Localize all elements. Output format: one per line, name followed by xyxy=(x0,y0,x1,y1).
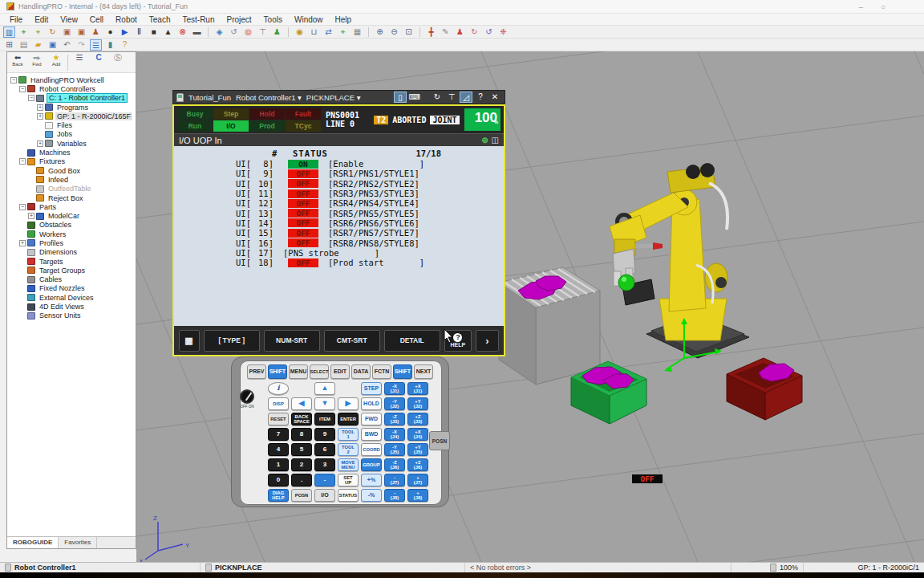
eject-icon[interactable]: ▲ xyxy=(162,26,174,38)
key-.[interactable]: . xyxy=(291,474,312,486)
io-table-row[interactable]: UI[17]OFF[PNS strobe ] xyxy=(174,248,504,258)
key--[interactable]: - xyxy=(314,474,335,486)
key--z-j3-[interactable]: -Z (J3) xyxy=(384,413,405,425)
key-7[interactable]: 7 xyxy=(268,428,289,441)
key-select[interactable]: SELECT xyxy=(310,364,329,379)
key--[interactable]: ▼ xyxy=(314,397,335,410)
key-shift[interactable]: SHIFT xyxy=(393,364,412,379)
tree-item-modelcar[interactable]: +ModelCar xyxy=(9,211,136,220)
tab-favorites[interactable]: Favorites xyxy=(59,537,97,548)
tab-roboguide[interactable]: ROBOGUIDE xyxy=(7,537,59,548)
expand-toggle-icon[interactable]: + xyxy=(37,104,43,111)
robot-r2000[interactable] xyxy=(610,163,749,358)
refresh-icon[interactable]: ↻ xyxy=(431,92,444,103)
target-icon[interactable]: ◎ xyxy=(242,26,254,38)
key--[interactable]: ◀ xyxy=(291,397,312,410)
key-+x-j1-[interactable]: +X (J1) xyxy=(407,382,428,395)
undo-icon[interactable]: ↶ xyxy=(61,39,73,51)
expand-toggle-icon[interactable]: − xyxy=(19,158,26,165)
tree-item-robot-controllers[interactable]: −Robot Controllers xyxy=(9,84,136,93)
tree-item-good-box[interactable]: Good Box xyxy=(9,166,136,175)
key-menu[interactable]: MENU xyxy=(289,364,308,379)
redo-icon[interactable]: ↷ xyxy=(75,39,87,51)
io-table-row[interactable]: UI[14]OFF[RSR6/PNS6/STYLE6] xyxy=(174,218,504,228)
menu-view[interactable]: View xyxy=(60,15,78,24)
reject-box[interactable] xyxy=(727,358,802,420)
worker-red-icon[interactable]: ♟ xyxy=(454,26,466,38)
zoom-out-icon[interactable]: ⊖ xyxy=(388,26,400,38)
menu-tools[interactable]: Tools xyxy=(264,15,282,24)
key-coord[interactable]: COORD xyxy=(361,443,382,456)
key-hold[interactable]: HOLD xyxy=(361,397,382,410)
expand-toggle-icon[interactable]: + xyxy=(37,140,43,147)
next-fkey-button[interactable]: › xyxy=(476,330,499,352)
io-table-row[interactable]: UI[13]OFF[RSR5/PNS5/STYLE5] xyxy=(174,208,504,218)
expand-toggle-icon[interactable]: − xyxy=(19,204,26,210)
draw-icon[interactable]: ✎ xyxy=(440,26,452,38)
io-table-row[interactable]: UI[18]OFF[Prod start ] xyxy=(174,258,504,267)
panel-icon[interactable]: ▬ xyxy=(191,26,203,38)
pause-icon[interactable]: Ⅱ xyxy=(133,26,145,38)
io-table-row[interactable]: UI[11]OFF[RSR3/PNS3/STYLE3] xyxy=(174,189,504,198)
alarm-icon[interactable]: ♟ xyxy=(90,26,102,38)
new-doc-icon[interactable]: ▤ xyxy=(18,39,30,51)
key-9[interactable]: 9 xyxy=(314,428,335,441)
expand-toggle-icon[interactable]: − xyxy=(10,77,17,83)
stop-icon[interactable]: ■ xyxy=(148,26,160,38)
key-3[interactable]: 3 xyxy=(314,458,335,471)
split-screen-icon[interactable]: ◫ xyxy=(492,136,499,144)
abort-icon[interactable]: ⊗ xyxy=(176,26,188,38)
tree-item-parts[interactable]: −Parts xyxy=(9,202,136,211)
tray-icon[interactable]: ⊔ xyxy=(308,26,320,38)
expand-toggle-icon[interactable]: − xyxy=(28,95,34,101)
tree-item-reject-box[interactable]: Reject Box xyxy=(9,193,136,202)
key-6[interactable]: 6 xyxy=(314,443,335,456)
io-table-row[interactable]: UI[10]OFF[RSR2/PNS2/STYLE2] xyxy=(174,179,504,189)
expand-toggle-icon[interactable]: − xyxy=(19,86,26,92)
key-2[interactable]: 2 xyxy=(291,458,312,471)
tree-item-files[interactable]: Files xyxy=(9,120,136,129)
menu-help[interactable]: Help xyxy=(335,15,352,24)
key-i-o[interactable]: I/O xyxy=(314,489,335,502)
lock-joint-icon[interactable]: ◈ xyxy=(213,26,225,38)
close-icon[interactable]: ✕ xyxy=(488,92,501,103)
key-next[interactable]: NEXT xyxy=(414,364,433,379)
rotate-ccw-icon[interactable]: ↺ xyxy=(483,26,495,38)
key-set-up[interactable]: SET UP xyxy=(338,474,359,486)
jog-joint-icon[interactable]: ⌖ xyxy=(18,26,30,38)
key-data[interactable]: DATA xyxy=(351,364,371,379)
tree-item-target-groups[interactable]: Target Groups xyxy=(9,266,136,275)
tree-item-outfeedtable[interactable]: OutfeedTable xyxy=(9,185,136,193)
tree-item-cables[interactable]: Cables xyxy=(9,275,136,284)
tree-item-4d-edit-views[interactable]: 4D Edit Views xyxy=(9,302,136,311)
maximize-button[interactable]: ○ xyxy=(881,2,886,11)
key-+z-j3-[interactable]: +Z (J3) xyxy=(407,413,428,425)
key-bwd[interactable]: BWD xyxy=(361,428,382,441)
pendant-controller-select[interactable]: Robot Controller1 ▾ xyxy=(236,93,302,102)
zoom-screen-icon[interactable]: ⊕ xyxy=(481,136,488,144)
tree-item-machines[interactable]: Machines xyxy=(9,148,136,157)
key-+-j8-[interactable]: + (J8) xyxy=(407,489,428,502)
tree-item-gp-1-r-2000ic-165f[interactable]: +GP: 1 - R-2000iC/165F xyxy=(9,112,136,120)
io-table-row[interactable]: UI[12]OFF[RSR4/PNS4/STYLE4] xyxy=(174,198,504,208)
save-icon[interactable]: ▣ xyxy=(47,39,59,51)
back-button[interactable]: ⬅Back xyxy=(10,53,26,67)
pole-icon[interactable]: ⊤ xyxy=(257,26,269,38)
forward-button[interactable]: ⮕Fwd xyxy=(29,53,45,67)
title-bar[interactable]: HandlingPRO - Internal - (84 days left) … xyxy=(0,0,924,14)
tree-outline-button[interactable]: ☰ xyxy=(71,53,87,62)
help-icon[interactable]: ? xyxy=(474,92,487,103)
held-ball[interactable] xyxy=(618,275,634,291)
key-0[interactable]: 0 xyxy=(268,474,289,486)
menu-window[interactable]: Window xyxy=(294,15,323,24)
robot-group-icon[interactable]: ▣ xyxy=(75,26,87,38)
robot-pair-icon[interactable]: ▣ xyxy=(61,26,73,38)
add-button[interactable]: ★Add xyxy=(48,53,64,67)
record-icon[interactable]: ● xyxy=(104,26,116,38)
teach-pendant-icon[interactable]: ▯ xyxy=(394,92,407,103)
run-play-icon[interactable]: ▶ xyxy=(119,26,131,38)
io-uop-table[interactable]: # STATUS 17/18 UI[8]ON[Enable ]UI[9]OFF[… xyxy=(174,146,504,326)
measure-icon[interactable]: ▦ xyxy=(351,26,363,38)
spray-icon[interactable]: ❈ xyxy=(497,26,509,38)
key--%[interactable]: -% xyxy=(361,489,382,502)
